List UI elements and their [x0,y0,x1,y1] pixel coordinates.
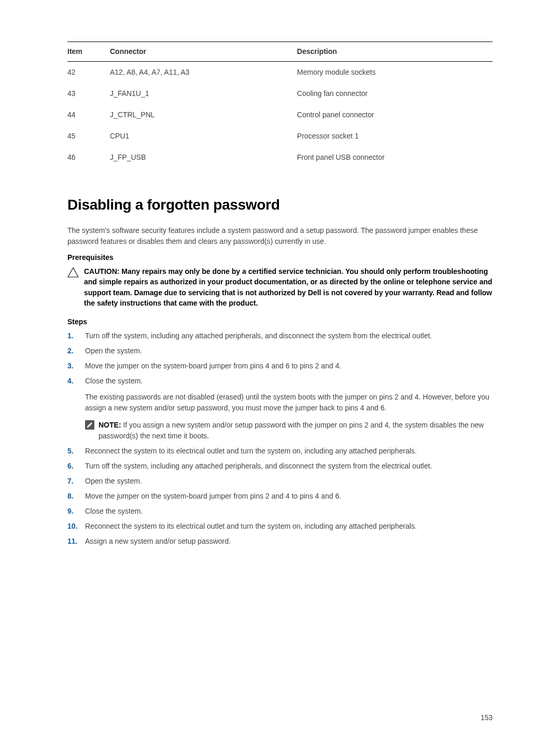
cell-item: 45 [67,126,110,147]
step-text: Open the system. [85,347,142,355]
caution-block: CAUTION: Many repairs may only be done b… [67,266,493,308]
cell-connector: CPU1 [110,126,297,147]
step-number: 10. [67,521,77,532]
step-number: 5. [67,446,74,457]
step-text: Open the system. [85,477,142,485]
table-header-connector: Connector [110,42,297,62]
steps-heading: Steps [67,316,493,327]
list-item: 6. Turn off the system, including any at… [67,461,493,472]
list-item: 10. Reconnect the system to its electric… [67,521,493,532]
step-text: Reconnect the system to its electrical o… [85,522,417,530]
note-block: NOTE: If you assign a new system and/or … [85,420,493,442]
caution-text: CAUTION: Many repairs may only be done b… [84,266,493,308]
list-item: 7. Open the system. [67,476,493,487]
cell-description: Processor socket 1 [297,126,493,147]
step-number: 6. [67,461,74,472]
step-number: 8. [67,491,74,502]
step-number: 1. [67,330,74,341]
note-text: NOTE: If you assign a new system and/or … [99,420,493,442]
list-item: 9. Close the system. [67,506,493,517]
step-extra-text: The existing passwords are not disabled … [85,392,493,414]
table-row: 45 CPU1 Processor socket 1 [67,126,493,147]
step-text: Assign a new system and/or setup passwor… [85,537,231,545]
cell-item: 44 [67,104,110,126]
list-item: 4. Close the system. The existing passwo… [67,376,493,442]
step-text: Close the system. [85,377,143,385]
note-content: If you assign a new system and/or setup … [99,421,484,440]
cell-item: 42 [67,62,110,84]
table-header-description: Description [297,42,493,62]
cell-description: Cooling fan connector [297,83,493,104]
step-number: 9. [67,506,74,517]
page-number: 153 [481,712,493,723]
table-row: 46 J_FP_USB Front panel USB connector [67,147,493,168]
cell-connector: J_FP_USB [110,147,297,168]
list-item: 2. Open the system. [67,346,493,356]
note-label: NOTE: [99,421,121,429]
table-row: 44 J_CTRL_PNL Control panel connector [67,104,493,126]
cell-description: Control panel connector [297,104,493,126]
step-number: 4. [67,376,74,387]
cell-connector: A12, A8, A4, A7, A11, A3 [110,62,297,84]
cell-item: 43 [67,83,110,104]
connector-table: Item Connector Description 42 A12, A8, A… [67,42,493,168]
cell-description: Front panel USB connector [297,147,493,168]
cell-description: Memory module sockets [297,62,493,84]
step-number: 11. [67,536,77,547]
cell-connector: J_FAN1U_1 [110,83,297,104]
step-number: 2. [67,346,74,356]
intro-paragraph: The system's software security features … [67,225,493,247]
list-item: 8. Move the jumper on the system-board j… [67,491,493,502]
step-text: Move the jumper on the system-board jump… [85,492,341,500]
cell-item: 46 [67,147,110,168]
table-row: 42 A12, A8, A4, A7, A11, A3 Memory modul… [67,62,493,84]
step-text: Move the jumper on the system-board jump… [85,362,341,370]
step-number: 3. [67,361,74,371]
step-text: Reconnect the system to its electrical o… [85,447,417,455]
cell-connector: J_CTRL_PNL [110,104,297,126]
prerequisites-heading: Prerequisites [67,252,493,263]
list-item: 1. Turn off the system, including any at… [67,330,493,341]
table-header-item: Item [67,42,110,62]
step-number: 7. [67,476,74,487]
step-text: Turn off the system, including any attac… [85,462,432,470]
step-text: Close the system. [85,507,143,515]
note-pencil-icon [85,420,94,433]
list-item: 11. Assign a new system and/or setup pas… [67,536,493,547]
step-text: Turn off the system, including any attac… [85,332,432,340]
list-item: 3. Move the jumper on the system-board j… [67,361,493,371]
steps-list: 1. Turn off the system, including any at… [67,330,493,547]
table-row: 43 J_FAN1U_1 Cooling fan connector [67,83,493,104]
caution-triangle-icon [67,267,79,281]
section-heading: Disabling a forgotten password [67,194,493,216]
list-item: 5. Reconnect the system to its electrica… [67,446,493,457]
